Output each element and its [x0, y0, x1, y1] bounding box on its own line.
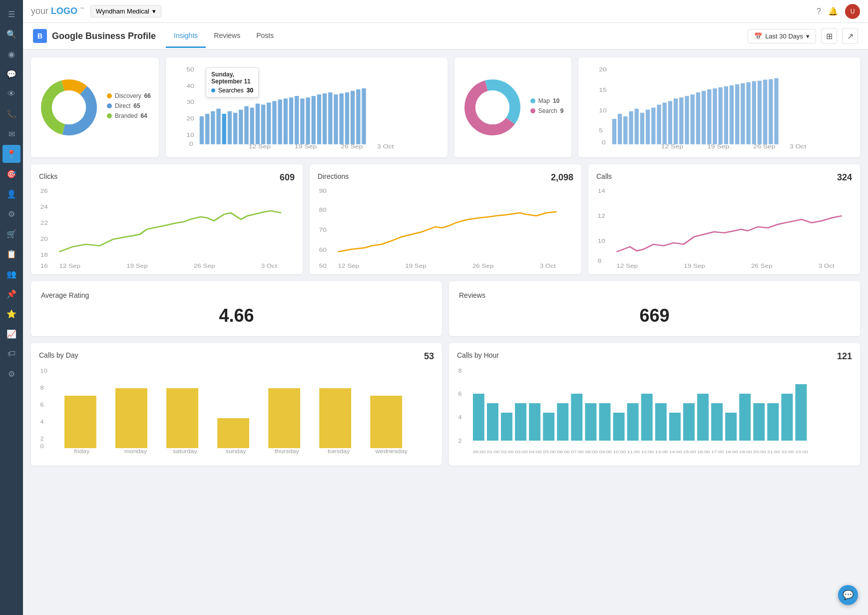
logo-logo: LOGO — [51, 6, 77, 16]
sidebar-cart-icon[interactable]: 🛒 — [2, 225, 20, 243]
svg-rect-32 — [323, 93, 327, 144]
svg-rect-55 — [629, 111, 633, 144]
clicks-card: Clicks 609 26 24 22 20 18 16 12 Sep 19 S… — [31, 164, 303, 274]
bar-thursday — [268, 388, 300, 448]
bar-00 — [473, 394, 484, 441]
sidebar-phone-icon[interactable]: 📞 — [2, 105, 20, 123]
sidebar-user-icon[interactable]: 👤 — [2, 185, 20, 203]
svg-text:50: 50 — [186, 67, 194, 73]
client-dropdown[interactable]: Wyndham Medical ▾ — [90, 5, 161, 17]
page-title-area: B Google Business Profile — [33, 23, 156, 49]
svg-text:10: 10 — [598, 238, 605, 244]
svg-rect-68 — [702, 91, 706, 144]
svg-rect-63 — [674, 98, 678, 144]
bar-02 — [501, 413, 512, 441]
bar-08 — [585, 403, 596, 441]
bar-18 — [725, 413, 737, 441]
svg-text:06:00: 06:00 — [557, 450, 570, 454]
sidebar-menu-icon[interactable]: ☰ — [2, 5, 20, 23]
svg-text:19 Sep: 19 Sep — [684, 263, 705, 269]
svg-text:0: 0 — [602, 140, 606, 146]
svg-rect-56 — [635, 109, 639, 144]
sidebar-team-icon[interactable]: 👥 — [2, 265, 20, 283]
svg-text:10: 10 — [599, 108, 607, 114]
svg-rect-58 — [646, 110, 650, 144]
svg-point-3 — [52, 90, 86, 124]
sidebar-graph-icon[interactable]: 📈 — [2, 325, 20, 343]
sidebar-search-icon[interactable]: 🔍 — [2, 25, 20, 43]
sidebar-chat-icon[interactable]: 💬 — [2, 65, 20, 83]
svg-text:20: 20 — [40, 236, 48, 242]
svg-text:3 Oct: 3 Oct — [377, 144, 394, 150]
search-dot — [530, 108, 535, 113]
svg-rect-62 — [668, 101, 672, 144]
calls-card: Calls 324 14 12 10 8 12 Sep 19 Sep 26 Se… — [588, 164, 860, 274]
bar-19 — [739, 394, 751, 441]
sidebar-pin-icon[interactable]: 📌 — [2, 285, 20, 303]
date-range-button[interactable]: 📅 Last 30 Days ▾ — [748, 29, 816, 43]
discovery-label: Discovery — [115, 92, 141, 99]
nav-tabs: Insights Reviews Posts — [166, 24, 282, 48]
svg-text:23:00: 23:00 — [795, 450, 808, 454]
sidebar-eye-icon[interactable]: 👁 — [2, 85, 20, 103]
branded-value: 64 — [140, 112, 147, 119]
sidebar-gear-icon[interactable]: ⚙ — [2, 365, 20, 383]
svg-text:2: 2 — [40, 436, 44, 441]
tab-reviews[interactable]: Reviews — [206, 24, 248, 48]
svg-text:70: 70 — [319, 227, 327, 233]
mid-row: Clicks 609 26 24 22 20 18 16 12 Sep 19 S… — [31, 164, 860, 274]
page-title: Google Business Profile — [52, 31, 156, 41]
svg-rect-22 — [267, 102, 271, 144]
svg-text:12 Sep: 12 Sep — [59, 263, 80, 269]
svg-text:17:00: 17:00 — [711, 450, 724, 454]
reviews-card: Reviews 669 — [449, 281, 860, 336]
bar-06 — [557, 403, 568, 441]
share-icon[interactable]: ↗ — [842, 28, 858, 44]
dashboard: Discovery 66 Direct 65 Branded 64 — [23, 49, 868, 615]
top-row: Discovery 66 Direct 65 Branded 64 — [31, 57, 860, 157]
svg-text:19:00: 19:00 — [739, 450, 752, 454]
svg-rect-21 — [261, 104, 265, 144]
sidebar-tag-icon[interactable]: 🏷 — [2, 345, 20, 363]
legend-direct: Direct 65 — [107, 102, 151, 109]
svg-rect-13 — [216, 109, 220, 144]
svg-rect-72 — [724, 86, 728, 144]
tab-posts[interactable]: Posts — [248, 24, 282, 48]
svg-rect-17 — [239, 110, 243, 144]
branded-label: Branded — [115, 112, 137, 119]
chat-bubble[interactable]: 💬 — [838, 585, 858, 605]
sidebar-clipboard-icon[interactable]: 📋 — [2, 245, 20, 263]
svg-rect-24 — [278, 99, 282, 144]
svg-text:19 Sep: 19 Sep — [295, 144, 317, 150]
svg-rect-26 — [289, 97, 293, 144]
bar-16 — [697, 394, 709, 441]
svg-rect-74 — [735, 84, 739, 144]
sidebar-target-icon[interactable]: 🎯 — [2, 165, 20, 183]
sidebar-mail-icon[interactable]: ✉ — [2, 125, 20, 143]
svg-text:26: 26 — [40, 188, 48, 194]
help-icon[interactable]: ? — [817, 7, 821, 16]
bar-wednesday — [370, 396, 402, 448]
notification-icon[interactable]: 🔔 — [828, 6, 838, 16]
svg-text:12 Sep: 12 Sep — [249, 144, 271, 150]
reviews-title: Reviews — [459, 291, 485, 299]
directions-line — [338, 212, 556, 252]
sidebar-chart-icon[interactable]: ◉ — [2, 45, 20, 63]
sidebar-star-icon[interactable]: ⭐ — [2, 305, 20, 323]
svg-rect-60 — [657, 104, 661, 144]
svg-rect-66 — [691, 94, 695, 144]
columns-icon[interactable]: ⊞ — [821, 28, 837, 44]
avatar[interactable]: U — [845, 4, 860, 19]
date-range-label: Last 30 Days — [765, 32, 803, 40]
svg-rect-75 — [741, 83, 745, 144]
svg-text:22: 22 — [40, 220, 48, 226]
directions-card: Directions 2,098 90 80 70 60 50 12 Sep 1… — [310, 164, 581, 274]
svg-rect-29 — [306, 97, 310, 144]
dropdown-arrow-icon: ▾ — [152, 7, 156, 15]
svg-text:wednesday: wednesday — [375, 449, 408, 454]
sidebar-settings-icon[interactable]: ⚙ — [2, 205, 20, 223]
search-label: Search — [538, 107, 557, 114]
sidebar-map-icon[interactable]: 📍 — [2, 145, 20, 163]
svg-text:12:00: 12:00 — [641, 450, 654, 454]
tab-insights[interactable]: Insights — [166, 24, 206, 48]
